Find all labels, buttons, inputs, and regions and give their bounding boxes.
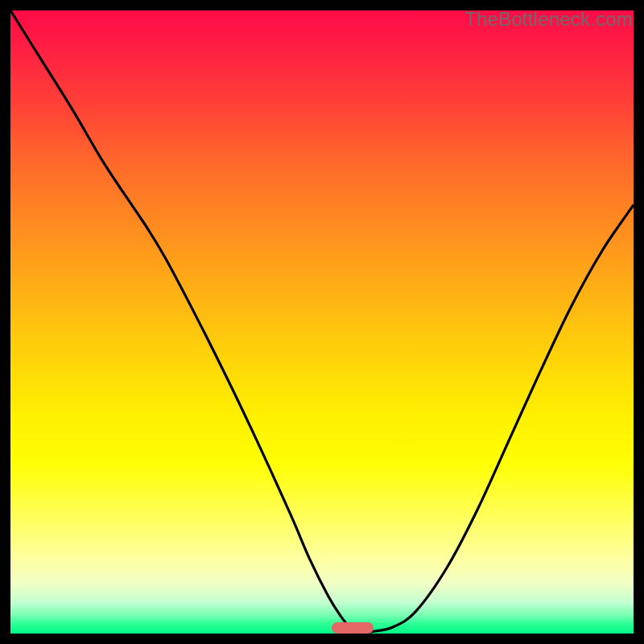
optimal-marker xyxy=(332,622,374,634)
bottleneck-curve xyxy=(10,10,634,634)
watermark-text: TheBottleneck.com xyxy=(464,8,633,31)
chart-container: TheBottleneck.com xyxy=(0,0,644,644)
plot-area xyxy=(10,10,634,634)
